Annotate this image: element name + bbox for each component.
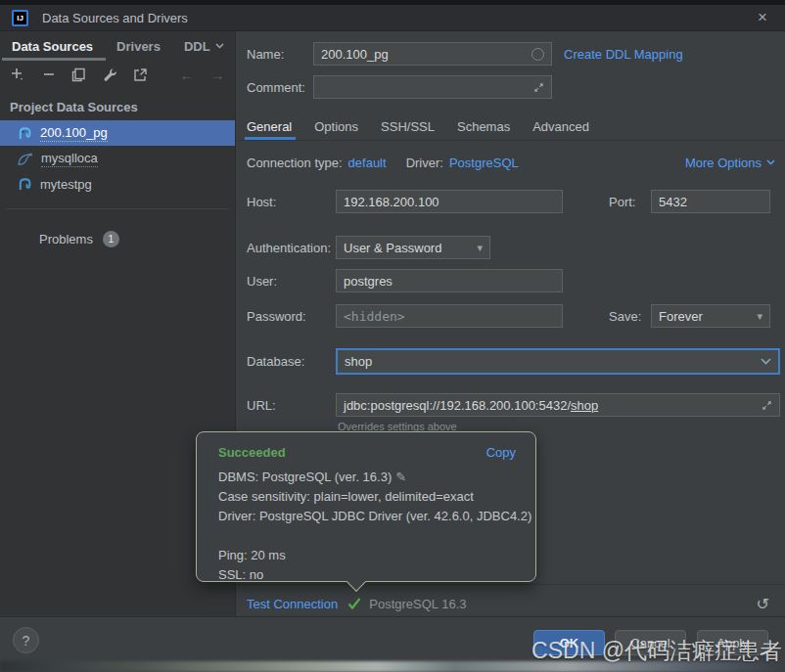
chevron-down-icon[interactable] [761,358,771,365]
sidebar-separator [6,208,229,209]
mysql-icon [18,153,33,165]
forward-arrow-icon[interactable]: → [210,67,225,82]
test-connection-link[interactable]: Test Connection [247,597,338,611]
csdn-watermark: CSDN @代码洁癖症患者 [531,636,782,666]
popup-ping-line: Ping: 20 ms [218,546,516,565]
password-input[interactable]: <hidden> [336,304,563,328]
datasource-name: mysqlloca [41,151,98,167]
list-item-datasource[interactable]: mysqlloca [0,146,235,171]
tab-drivers[interactable]: Drivers [116,39,161,54]
password-label: Password: [247,309,306,324]
duplicate-icon[interactable] [71,67,86,82]
popup-dbms-line: DBMS: PostgreSQL (ver. 16.3)✎ [218,468,516,487]
dbms-text: DBMS: PostgreSQL (ver. 16.3) [218,470,392,484]
create-ddl-mapping-link[interactable]: Create DDL Mapping [564,47,683,62]
name-input[interactable]: 200.100_pg [313,42,552,66]
driver-label: Driver: [406,156,443,170]
popup-status-title: Succeeded [218,445,286,460]
open-in-new-icon[interactable] [133,67,148,82]
sidebar-tabs: Data Sources Drivers DDL [0,31,235,61]
sidebar-toolbar: ← → [0,61,235,88]
driver-value-link[interactable]: PostgreSQL [449,156,519,170]
problems-count-badge: 1 [103,231,119,247]
back-arrow-icon[interactable]: ← [179,67,194,82]
tabs-divider [237,140,785,141]
user-input[interactable]: postgres [336,269,563,292]
tab-general[interactable]: General [247,119,292,134]
data-sources-dialog: IJ Data Sources and Drivers × Data Sourc… [0,0,785,672]
host-input[interactable]: 192.168.200.100 [336,190,563,213]
authentication-label: Authentication: [247,241,331,255]
edit-icon[interactable]: ✎ [395,470,406,484]
connection-type-value-link[interactable]: default [348,156,387,170]
remove-icon[interactable] [41,67,56,82]
expand-icon[interactable] [762,400,772,411]
comment-label: Comment: [247,80,313,95]
datasource-name: mytestpg [40,177,92,192]
intellij-logo-icon: IJ [12,10,28,26]
more-options-link[interactable]: More Options [685,156,775,170]
problems-link[interactable]: Problems 1 [0,227,235,250]
tab-ddl[interactable]: DDL [184,39,224,54]
connection-result-popup: Succeeded Copy DBMS: PostgreSQL (ver. 16… [196,431,536,582]
window-title: Data Sources and Drivers [42,11,188,25]
list-item-datasource[interactable]: 200.100_pg [0,120,235,146]
url-input[interactable]: jdbc:postgresql://192.168.200.100:5432/s… [336,393,780,417]
popup-case-line: Case sensitivity: plain=lower, delimited… [218,487,516,507]
user-value: postgres [344,274,392,289]
name-label: Name: [247,47,313,62]
help-button[interactable]: ? [13,627,39,653]
tab-ssh-ssl[interactable]: SSH/SSL [381,119,435,134]
port-label: Port: [609,195,635,209]
authentication-select[interactable]: User & Password ▾ [336,236,490,259]
postgresql-icon [18,126,32,141]
name-value: 200.100_pg [321,47,389,62]
active-tab-indicator [2,58,106,61]
list-item-datasource[interactable]: mytestpg [0,171,235,197]
dropdown-arrow-icon: ▾ [477,242,483,254]
problems-label: Problems [39,232,93,246]
save-label: Save: [609,309,641,324]
project-data-sources-header: Project Data Sources [0,88,235,120]
database-label: Database: [247,354,304,369]
postgresql-icon [18,177,32,192]
popup-blank-line [218,526,516,546]
dropdown-arrow-icon: ▾ [757,310,762,323]
tab-ddl-label: DDL [184,39,210,54]
tab-advanced[interactable]: Advanced [532,119,589,134]
password-hidden-value: <hidden> [344,309,405,324]
database-combobox[interactable]: shop [336,348,780,375]
datasource-name: 200.100_pg [40,125,108,142]
connection-type-label: Connection type: [247,156,343,170]
host-label: Host: [247,195,276,209]
popup-ssl-line: SSL: no [218,565,516,585]
wrench-icon[interactable] [103,67,117,82]
url-database-part: shop [571,398,598,413]
popup-driver-line: Driver: PostgreSQL JDBC Driver (ver. 42.… [218,507,516,526]
comment-input[interactable] [313,75,552,99]
url-label: URL: [247,398,276,413]
title-bar[interactable]: IJ Data Sources and Drivers × [0,5,785,31]
test-connection-status: PostgreSQL 16.3 [369,597,466,611]
sync-indicator-icon [531,48,544,61]
save-select[interactable]: Forever ▾ [651,304,770,328]
authentication-value: User & Password [344,241,441,255]
port-input[interactable]: 5432 [651,190,770,213]
add-icon[interactable] [10,67,25,82]
chevron-down-icon [766,159,775,165]
user-label: User: [247,274,277,289]
tab-schemas[interactable]: Schemas [457,119,510,134]
copy-link[interactable]: Copy [486,445,516,460]
tab-options[interactable]: Options [314,119,358,134]
close-icon[interactable]: × [758,8,767,27]
revert-icon[interactable]: ↺ [757,595,769,613]
tab-data-sources[interactable]: Data Sources [12,39,93,54]
expand-icon[interactable] [533,82,544,93]
port-value: 5432 [659,195,687,209]
save-value: Forever [659,309,703,324]
success-checkmark-icon [347,598,361,609]
database-value: shop [345,354,372,369]
more-options-label: More Options [685,156,762,170]
url-value: jdbc:postgresql://192.168.200.100:5432/ [344,398,571,413]
host-value: 192.168.200.100 [344,195,439,209]
